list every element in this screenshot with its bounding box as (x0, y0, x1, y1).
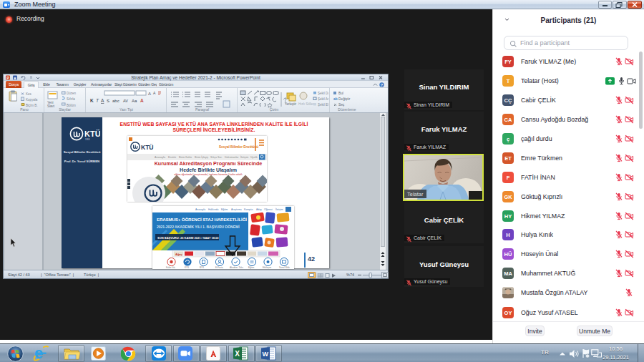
svg-text:A: A (140, 98, 144, 103)
svg-text:Hedefe Birlikte Ulaşalım: Hedefe Birlikte Ulaşalım (180, 167, 237, 173)
svg-text:ab: ab (333, 97, 338, 101)
svg-text:Değiştir: Değiştir (338, 97, 351, 101)
svg-text:Bölüm: Bölüm (67, 104, 76, 107)
svg-text:1955: 1955 (85, 138, 90, 141)
svg-text:Sosyal Bilimler Enstitüsü: Sosyal Bilimler Enstitüsü (219, 145, 258, 149)
svg-text:Araştırma: Araştırma (231, 208, 242, 211)
svg-text:Ağaç: Ağaç (175, 253, 183, 256)
svg-text:Aday: Aday (256, 208, 262, 211)
svg-text:Sıkça Sor.: Sıkça Sor. (210, 156, 222, 159)
svg-text:E-Posta: E-Posta (215, 266, 223, 269)
svg-text:AV: AV (123, 99, 128, 103)
svg-text:Biçim B.: Biçim B. (26, 104, 38, 107)
svg-text:Düzen: Düzen (67, 92, 77, 95)
svg-text:Sıfırla: Sıfırla (67, 97, 75, 101)
svg-text:abc: abc (112, 99, 119, 103)
svg-text:eğitim-öğretimde | araştırmada: eğitim-öğretimde | araştırmada | topluma… (174, 173, 242, 176)
svg-text:K: K (90, 98, 94, 103)
svg-text:A: A (153, 91, 156, 95)
svg-text:2021-2022 AKADEMİK YILI 1. BAŞ: 2021-2022 AKADEMİK YILI 1. BAŞVURU DÖNEM… (157, 225, 240, 229)
svg-text:A: A (148, 92, 151, 96)
svg-text:KTÜ: KTÜ (141, 144, 153, 151)
svg-text:Üyelik: Üyelik (250, 156, 258, 159)
svg-text:Kes: Kes (26, 92, 32, 96)
svg-text:Akadem. Takv.: Akadem. Takv. (230, 266, 244, 269)
svg-text:SON BAŞVURU: 25 KASIM 2021 / S: SON BAŞVURU: 25 KASIM 2021 / SAAT 18.00 (157, 236, 219, 240)
svg-text:Hakkında: Hakkında (208, 208, 218, 211)
svg-text:Kampüs: Kampüs (244, 208, 253, 211)
svg-text:Hızlı Stiller: Hızlı Stiller (298, 102, 314, 106)
svg-text:İletişim: İletişim (240, 155, 248, 159)
svg-text:BYS: BYS (200, 266, 204, 269)
svg-text:KYS: KYS (185, 266, 189, 269)
svg-text:Eğitim: Eğitim (248, 266, 255, 269)
svg-text:Birim İşleyiş: Birim İşleyiş (195, 155, 208, 159)
svg-text:ERASMUS+ ÖĞRENCİ STAJ HAREKETL: ERASMUS+ ÖĞRENCİ STAJ HAREKETLİLİĞİ (157, 217, 247, 222)
svg-text:Öğrenci: Öğrenci (264, 208, 273, 211)
svg-text:Anasayfa: Anasayfa (195, 208, 205, 211)
svg-text:T: T (96, 98, 99, 103)
svg-text:W: W (262, 351, 268, 358)
svg-text:Şekil Anahattı: Şekil Anahattı (318, 97, 328, 101)
svg-text:Anasayfa: Anasayfa (155, 156, 165, 159)
svg-text:A: A (101, 98, 104, 103)
svg-text:Eğitim: Eğitim (221, 208, 228, 211)
svg-text:Birim Kalite: Birim Kalite (179, 156, 192, 159)
svg-text:Yerleştir: Yerleştir (285, 102, 297, 106)
svg-text:Aa: Aa (132, 99, 137, 103)
svg-text:S: S (107, 99, 109, 103)
svg-text:Şekil Doldurması: Şekil Doldurması (318, 92, 328, 95)
svg-text:Seç: Seç (338, 103, 345, 107)
svg-text:Etkileşim: Etkileşim (263, 266, 272, 269)
svg-text:Kopyala: Kopyala (26, 98, 38, 102)
svg-text:Dokümanlar: Dokümanlar (225, 156, 239, 159)
svg-text:Kalite Gö.: Kalite Gö. (166, 266, 175, 269)
svg-text:Şekil Efektleri: Şekil Efektleri (318, 103, 328, 107)
svg-text:Kurumsal Akreditasyon Programı: Kurumsal Akreditasyon Programı Sürecinde (155, 160, 263, 167)
svg-text:Bul: Bul (338, 92, 343, 95)
svg-text:İletişim: İletişim (275, 207, 283, 211)
svg-text:KTÜ: KTÜ (84, 129, 100, 138)
svg-text:X: X (235, 350, 240, 358)
svg-text:Enstitü: Enstitü (168, 156, 176, 159)
svg-text:Sanal Web: Sanal Web (279, 266, 290, 269)
